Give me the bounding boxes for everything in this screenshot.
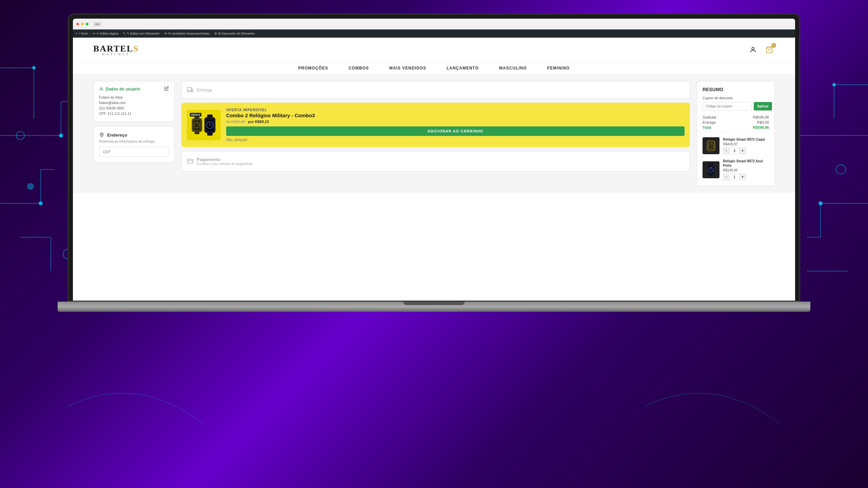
logo: BARTELS WATCHES	[93, 44, 139, 56]
resumo-card: RESUMO Cupom de desconto Aplicar Subtota…	[697, 81, 775, 186]
laptop-base	[58, 302, 810, 312]
subtotal-value: R$599,96	[753, 115, 769, 119]
promo-banner: R$99,00	[181, 103, 690, 147]
svg-point-35	[191, 91, 193, 92]
payment-info: Pagamento Escolha o seu metodo de pagame…	[197, 157, 253, 166]
right-panel: RESUMO Cupom de desconto Aplicar Subtota…	[697, 81, 775, 186]
qty-decrease-1[interactable]: -	[723, 147, 730, 154]
user-cpf: CPF: 111.111.111-11	[99, 111, 169, 117]
account-icon[interactable]	[748, 44, 758, 55]
qty-control-1: - 3 +	[723, 147, 769, 154]
coupon-input[interactable]	[703, 102, 752, 110]
svg-rect-48	[207, 115, 213, 118]
promo-pricing: de R$99,00 por R$89,10	[226, 120, 685, 124]
cart-item-1-name: Relógio Smael 8072 Caqui	[723, 137, 769, 142]
nav-item-feminino[interactable]: FEMININO	[547, 66, 570, 70]
user-phone: (21) 93638-3993	[99, 106, 169, 111]
left-panel: Dados do usuário Fulano	[93, 81, 175, 186]
admin-bar-item-elementor[interactable]: ✎ ✎ Editar com Elementor	[123, 32, 160, 35]
qty-increase-2[interactable]: +	[739, 174, 746, 180]
svg-rect-49	[207, 133, 213, 136]
header-icons: 4	[748, 44, 775, 55]
subtotal-row: Subtotal R$599,96	[703, 115, 769, 119]
promo-title: Combo 2 Relógios Military - Combo3	[226, 113, 685, 118]
watch-caqui-icon	[704, 139, 718, 152]
user-card-title: Dados do usuário	[99, 87, 140, 92]
address-card: Endereço Preencha as informações de entr…	[93, 126, 175, 163]
cart-item-2-info: Relógio Smael 8072 Azul Preto R$149,99 -…	[723, 159, 769, 180]
payment-icon	[187, 158, 193, 164]
total-row: Total R$599,96	[703, 125, 769, 129]
resumo-title: RESUMO	[703, 87, 769, 92]
apply-coupon-button[interactable]: Aplicar	[754, 102, 772, 110]
divider	[703, 132, 769, 133]
svg-rect-58	[709, 150, 713, 152]
browser-tab[interactable]: zar	[93, 22, 102, 26]
cart-item-1-price: R$449,97	[723, 142, 769, 146]
edit-icon[interactable]	[164, 86, 169, 92]
cart-item-1-info: Relógio Smael 8072 Caqui R$449,97 - 3 +	[723, 137, 769, 154]
address-title: Endereço	[107, 133, 127, 138]
promo-tag: OFERTA IMPERDÍVEL	[226, 108, 685, 112]
promo-info: OFERTA IMPERDÍVEL Combo 2 Relógios Milit…	[226, 108, 685, 142]
cart-item-2-image	[703, 161, 719, 178]
cart-icon[interactable]: 4	[764, 44, 775, 55]
logo-accent: S	[133, 44, 139, 54]
promo-new-price: por R$89,10	[248, 120, 269, 124]
svg-rect-50	[188, 159, 193, 163]
svg-point-32	[101, 87, 102, 89]
cart-item-1-image	[703, 137, 719, 154]
browser-bar: zar	[73, 19, 795, 29]
promo-old-price: de R$99,00	[226, 120, 245, 124]
address-card-header: Endereço	[99, 132, 169, 138]
user-name: Fulano da Silva	[99, 95, 169, 100]
svg-rect-64	[709, 163, 713, 165]
svg-point-33	[101, 134, 102, 135]
payment-subtitle: Escolha o seu metodo de pagamento	[197, 162, 253, 166]
payment-section: Pagamento Escolha o seu metodo de pagame…	[181, 151, 690, 171]
website-content: BARTELS WATCHES	[73, 38, 795, 301]
user-card: Dados do usuário Fulano	[93, 81, 175, 122]
qty-decrease-2[interactable]: -	[723, 174, 730, 180]
browser-maximize-dot	[86, 23, 88, 25]
browser-minimize-dot	[81, 23, 84, 25]
coupon-row: Aplicar	[703, 102, 769, 110]
nav-item-combos[interactable]: COMBOS	[349, 66, 369, 70]
entrega-value: R$0,00	[757, 120, 769, 124]
svg-rect-57	[709, 139, 713, 141]
payment-label: Pagamento	[197, 157, 253, 162]
svg-point-34	[188, 91, 189, 92]
nav-item-promocoes[interactable]: PROMOÇÕES	[298, 66, 328, 70]
add-to-cart-button[interactable]: ADICIONAR AO CARRINHO	[226, 126, 685, 136]
nav-item-lancamento[interactable]: LANÇAMENTO	[447, 66, 479, 70]
admin-bar: + + Novo ✏ ✏ Editar página ✎ ✎ Editar co…	[73, 29, 795, 38]
user-icon	[99, 87, 104, 92]
admin-bar-item-depurador[interactable]: ⚙ ⚙ Depurador do Elementor	[214, 32, 255, 35]
main-content: Dados do usuário Fulano	[73, 74, 795, 193]
site-nav: PROMOÇÕES COMBOS MAIS VENDIDOS LANÇAMENT…	[73, 62, 795, 74]
qty-control-2: - 1 +	[723, 174, 769, 180]
entrega-row: Entrega R$0,00	[703, 120, 769, 124]
promo-decline[interactable]: Não, obrigado	[226, 138, 685, 142]
delivery-icon	[187, 87, 193, 93]
user-email: fulano@silva.com	[99, 100, 169, 106]
cart-badge: 4	[771, 43, 776, 48]
qty-increase-1[interactable]: +	[739, 147, 746, 154]
admin-bar-item-editar[interactable]: ✏ ✏ Editar página	[93, 32, 118, 35]
delivery-label: Entrega	[197, 87, 212, 93]
user-card-header: Dados do usuário	[99, 86, 169, 92]
promo-price-tag: R$99,00	[190, 113, 201, 117]
nav-item-masculino[interactable]: MASCULINO	[499, 66, 527, 70]
nav-item-mais-vendidos[interactable]: MAIS VENDIDOS	[389, 66, 426, 70]
total-value: R$599,96	[753, 125, 769, 129]
total-label: Total	[703, 125, 711, 129]
laptop-notch	[403, 302, 465, 305]
browser-close-dot	[76, 23, 79, 25]
admin-bar-item-atividades[interactable]: ✉ ✉ Atividades Desempenhadas	[164, 32, 210, 35]
admin-bar-item-novo[interactable]: + + Novo	[76, 32, 88, 35]
cep-input[interactable]	[99, 147, 169, 157]
cart-item-2-price: R$149,99	[723, 168, 769, 172]
coupon-label: Cupom de desconto	[703, 96, 769, 100]
qty-value-1: 3	[730, 147, 739, 154]
svg-rect-65	[709, 175, 713, 177]
